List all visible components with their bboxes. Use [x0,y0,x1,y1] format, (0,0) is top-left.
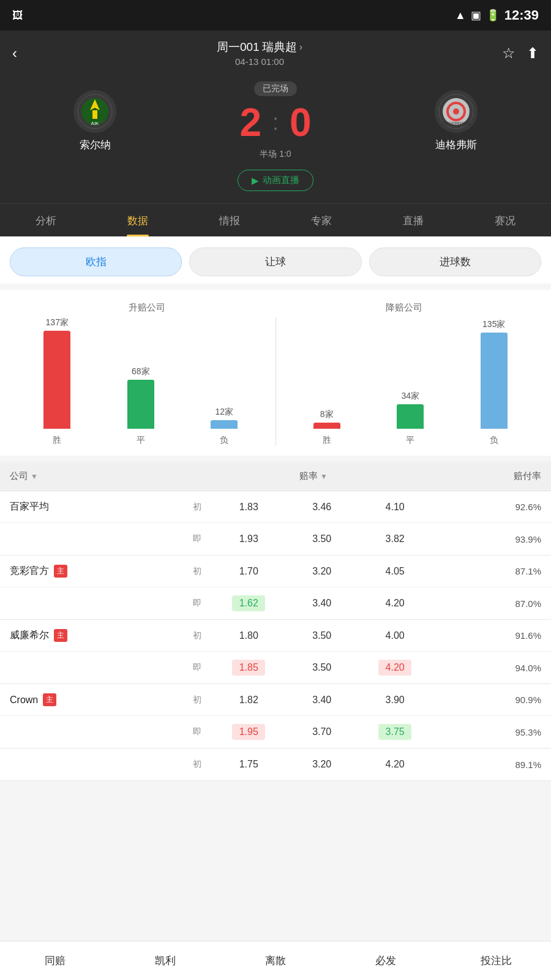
live-label: 动画直播 [263,175,299,186]
rising-win-bar: 137家 胜 [18,317,96,446]
falling-lose-label: 负 [490,435,498,446]
crown-name-cell: Crown 主 [10,693,193,706]
jingcai-lose-current: 4.20 [378,595,411,611]
falling-lose-bar-rect [481,333,508,429]
sort-company-icon[interactable]: ▼ [31,472,38,481]
william-draw-current: 3.50 [305,660,339,676]
tab-analysis[interactable]: 分析 [0,204,92,236]
last-rate-initial: 89.1% [432,760,541,770]
company-group-jingcai: 竞彩官方 主 初 1.70 3.20 4.05 87.1% 即 1.62 3.4… [0,556,551,620]
crown-win-initial: 1.82 [232,692,265,708]
jingcai-win-current: 1.62 [232,595,265,611]
william-win-initial: 1.80 [232,628,265,644]
match-date: 04-13 01:00 [217,56,302,67]
rising-draw-bar: 68家 平 [102,366,180,446]
rising-win-bar-rect [43,331,70,429]
bottom-btn-kaili[interactable]: 凯利 [110,944,220,978]
tab-intel[interactable]: 情报 [184,204,276,236]
bottom-btn-lisan[interactable]: 离散 [220,944,331,978]
rising-bars: 137家 胜 68家 平 12家 负 [18,317,263,446]
jingcai-row-initial: 竞彩官方 主 初 1.70 3.20 4.05 87.1% [0,556,551,587]
bottom-btn-bifa[interactable]: 必发 [331,944,441,978]
sub-tab-ou[interactable]: 欧指 [10,247,182,276]
svg-point-8 [453,108,459,115]
sort-odds-icon[interactable]: ▼ [320,472,328,481]
rising-lose-label: 负 [220,435,228,446]
crown-win-current: 1.95 [232,724,265,740]
th-company: 公司 ▼ [10,470,200,482]
william-row-current: 即 1.85 3.50 4.20 94.0% [0,652,551,684]
nav-bar: ‹ 周一001 瑞典超 › 04-13 01:00 ☆ ⬆ [12,31,539,75]
match-code: 周一001 [217,39,260,55]
falling-label: 降赔公司 [276,302,533,314]
last-row-initial: 初 1.75 3.20 4.20 89.1% [0,748,551,780]
share-icon[interactable]: ⬆ [527,45,539,62]
sub-tab-handicap[interactable]: 让球 [189,247,361,276]
rising-draw-bar-rect [127,380,154,429]
clock: 12:39 [504,7,539,23]
home-team-name: 索尔纳 [80,138,111,152]
tab-live[interactable]: 直播 [367,204,459,236]
baijia-draw-initial: 3.46 [305,499,339,515]
away-team: DEGERFORS 迪格弗斯 [435,90,478,152]
live-button[interactable]: ▶ 动画直播 [238,170,313,191]
svg-rect-3 [92,110,97,119]
crown-type-current: 即 [193,726,212,737]
company-group-last: 初 1.75 3.20 4.20 89.1% [0,748,551,781]
bottom-btn-touzhubi[interactable]: 投注比 [441,944,551,978]
rising-draw-label: 平 [137,435,145,446]
bottom-btn-tongpei[interactable]: 同赔 [0,944,110,978]
photo-icon: 🖼 [12,9,23,22]
baijia-lose-current: 3.82 [378,531,411,547]
last-draw-initial: 3.20 [305,756,339,772]
signal-icon: ▣ [471,9,481,22]
th-rate: 赔付率 [427,470,541,482]
back-button[interactable]: ‹ [12,45,17,62]
tab-data[interactable]: 数据 [92,204,184,236]
tab-expert[interactable]: 专家 [276,204,367,236]
william-lose-initial: 4.00 [378,628,411,644]
william-type-initial: 初 [193,630,212,641]
baijia-type-current: 即 [193,533,212,545]
chart-wrapper: 137家 胜 68家 平 12家 负 8家 [18,317,533,446]
jingcai-odds-current: 1.62 3.40 4.20 [212,595,432,611]
league-info: 周一001 瑞典超 › [217,39,302,55]
status-icons: 🖼 [12,9,23,22]
crown-rate-current: 95.3% [432,727,541,737]
jingcai-name-cell: 竞彩官方 主 [10,565,193,578]
rising-lose-bar-rect [211,420,238,429]
crown-draw-initial: 3.40 [305,692,339,708]
chart-group-labels: 升赔公司 降赔公司 [18,302,533,314]
home-score: 2 [239,100,261,145]
score-center: 已完场 2 : 0 半场 1:0 [239,81,311,160]
rising-lose-count: 12家 [215,407,233,418]
baijia-row-initial: 百家平均 初 1.83 3.46 4.10 92.6% [0,491,551,523]
baijia-row-current: 即 1.93 3.50 3.82 93.9% [0,523,551,555]
jingcai-draw-current: 3.40 [305,595,339,611]
chevron-right-icon: › [299,42,302,53]
svg-text:AIK: AIK [91,121,100,126]
odds-table: 公司 ▼ 赔率 ▼ 赔付率 百家平均 初 1.83 3.46 4.10 [0,462,551,781]
company-group-baijia: 百家平均 初 1.83 3.46 4.10 92.6% 即 1.93 3.50 … [0,491,551,556]
jingcai-odds-initial: 1.70 3.20 4.05 [212,564,432,579]
baijia-lose-initial: 4.10 [378,499,411,515]
william-row-initial: 威廉希尔 主 初 1.80 3.50 4.00 91.6% [0,620,551,652]
sub-tab-goals[interactable]: 进球数 [369,247,541,276]
favorite-icon[interactable]: ☆ [502,45,515,62]
william-name-cell: 威廉希尔 主 [10,629,193,642]
jingcai-zhu-badge: 主 [54,565,67,578]
last-odds-initial: 1.75 3.20 4.20 [212,756,432,772]
content-area: 欧指 让球 进球数 升赔公司 降赔公司 137家 胜 68家 平 [0,236,551,830]
crown-zhu-badge: 主 [43,693,56,706]
match-header: ‹ 周一001 瑞典超 › 04-13 01:00 ☆ ⬆ AIK [0,31,551,203]
bottom-bar: 同赔 凯利 离散 必发 投注比 [0,941,551,980]
jingcai-draw-initial: 3.20 [305,564,339,579]
crown-row-initial: Crown 主 初 1.82 3.40 3.90 90.9% [0,684,551,716]
falling-win-bar-rect [313,423,340,429]
baijia-odds-initial: 1.83 3.46 4.10 [212,499,432,515]
jingcai-type-initial: 初 [193,566,212,577]
tab-race[interactable]: 赛况 [459,204,551,236]
match-title: 周一001 瑞典超 › 04-13 01:00 [217,39,302,67]
chart-divider [276,317,276,446]
score-numbers: 2 : 0 [239,100,311,145]
